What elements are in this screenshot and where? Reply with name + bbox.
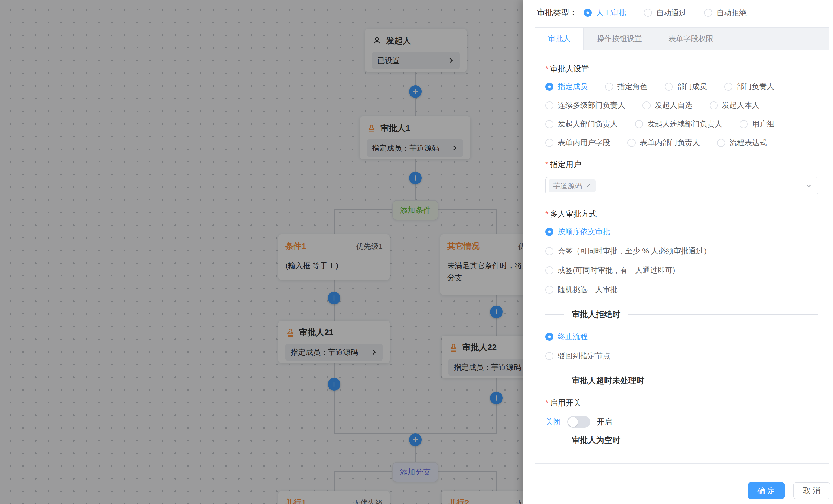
multi-mode-options: 按顺序依次审批 会签（可同时审批，至少 % 人必须审批通过） 或签(可同时审批，… xyxy=(545,227,818,295)
approver-option-row: 表单内用户字段 表单内部门负责人 流程表达式 xyxy=(545,138,818,148)
radio-dept-leader[interactable]: 部门负责人 xyxy=(724,81,774,92)
panel-footer: 确 定 取 消 xyxy=(523,464,833,504)
radio-icon xyxy=(545,247,553,255)
tab-form-field-permissions[interactable]: 表单字段权限 xyxy=(655,28,727,50)
user-tag-label: 芋道源码 xyxy=(553,181,582,191)
radio-icon xyxy=(545,228,553,236)
user-tag[interactable]: 芋道源码 xyxy=(548,179,596,192)
multi-mode-label: *多人审批方式 xyxy=(545,209,818,219)
tag-close-icon[interactable] xyxy=(586,183,591,188)
radio-icon xyxy=(642,101,650,109)
radio-icon xyxy=(704,9,712,17)
tab-approver[interactable]: 审批人 xyxy=(535,28,584,50)
radio-or-sign[interactable]: 或签(可同时审批，有一人通过即可) xyxy=(545,265,818,275)
radio-icon xyxy=(665,83,673,91)
settings-tabs-card: 审批人 操作按钮设置 表单字段权限 *审批人设置 指定成员 指定角色 部门成员 … xyxy=(535,27,829,464)
radio-return-to-node[interactable]: 驳回到指定节点 xyxy=(545,351,818,361)
tab-content[interactable]: *审批人设置 指定成员 指定角色 部门成员 部门负责人 连续多级部门负责人 发起… xyxy=(535,50,829,452)
timeout-section-divider: 审批人超时未处理时 xyxy=(545,375,818,386)
radio-countersign[interactable]: 会签（可同时审批，至少 % 人必须审批通过） xyxy=(545,246,818,256)
radio-icon xyxy=(545,83,553,91)
radio-icon xyxy=(635,120,643,128)
timeout-toggle[interactable] xyxy=(567,416,590,428)
toggle-knob xyxy=(568,417,578,427)
timeout-section-title: 审批人超时未处理时 xyxy=(572,375,644,386)
approval-settings-panel: 审批类型： 人工审批 自动通过 自动拒绝 审批人 操作按钮设置 表单字段权限 *… xyxy=(523,0,833,504)
radio-random-one[interactable]: 随机挑选一人审批 xyxy=(545,284,818,295)
approval-type-label: 审批类型： xyxy=(537,7,577,18)
reject-section-divider: 审批人拒绝时 xyxy=(545,309,818,320)
radio-icon xyxy=(545,139,553,147)
radio-form-user-field[interactable]: 表单内用户字段 xyxy=(545,138,610,148)
tab-bar: 审批人 操作按钮设置 表单字段权限 xyxy=(535,28,829,50)
approver-option-row: 指定成员 指定角色 部门成员 部门负责人 xyxy=(545,81,818,92)
radio-multi-level-dept-leader[interactable]: 连续多级部门负责人 xyxy=(545,100,625,110)
approver-option-row: 发起人部门负责人 发起人连续部门负责人 用户组 xyxy=(545,119,818,129)
radio-icon xyxy=(740,120,748,128)
reject-options: 终止流程 驳回到指定节点 xyxy=(545,331,818,361)
confirm-button[interactable]: 确 定 xyxy=(748,482,785,499)
radio-user-group[interactable]: 用户组 xyxy=(740,119,775,129)
radio-form-dept-leader[interactable]: 表单内部门负责人 xyxy=(627,138,700,148)
radio-initiator-choose[interactable]: 发起人自选 xyxy=(642,100,692,110)
radio-terminate-process[interactable]: 终止流程 xyxy=(545,331,818,342)
empty-section-divider: 审批人为空时 xyxy=(545,435,818,446)
radio-initiator-dept-leader[interactable]: 发起人部门负责人 xyxy=(545,119,618,129)
radio-auto-reject[interactable]: 自动拒绝 xyxy=(704,8,746,18)
radio-sequential-approval[interactable]: 按顺序依次审批 xyxy=(545,227,818,237)
radio-icon xyxy=(545,120,553,128)
radio-initiator-multi-dept-leader[interactable]: 发起人连续部门负责人 xyxy=(635,119,722,129)
radio-icon xyxy=(545,101,553,109)
radio-icon xyxy=(627,139,636,147)
radio-auto-approve[interactable]: 自动通过 xyxy=(644,8,686,18)
modal-mask xyxy=(0,0,523,504)
radio-designated-member[interactable]: 指定成员 xyxy=(545,81,588,92)
radio-icon xyxy=(717,139,725,147)
timeout-switch-row: 关闭 开启 xyxy=(545,416,818,428)
radio-dept-member[interactable]: 部门成员 xyxy=(665,81,707,92)
assign-user-select[interactable]: 芋道源码 xyxy=(545,177,818,194)
cancel-button[interactable]: 取 消 xyxy=(793,482,830,499)
assign-user-label: *指定用户 xyxy=(545,159,818,170)
switch-off-label: 关闭 xyxy=(545,417,561,427)
tab-action-buttons[interactable]: 操作按钮设置 xyxy=(584,28,655,50)
approval-type-row: 审批类型： 人工审批 自动通过 自动拒绝 xyxy=(537,5,764,21)
radio-designated-role[interactable]: 指定角色 xyxy=(605,81,647,92)
radio-icon xyxy=(605,83,613,91)
empty-section-title: 审批人为空时 xyxy=(572,435,620,446)
enable-switch-label: *启用开关 xyxy=(545,398,818,408)
radio-initiator-self[interactable]: 发起人本人 xyxy=(710,100,760,110)
radio-icon xyxy=(710,101,718,109)
radio-process-expression[interactable]: 流程表达式 xyxy=(717,138,767,148)
approver-setting-label: *审批人设置 xyxy=(545,64,818,74)
radio-icon xyxy=(545,267,553,275)
radio-icon xyxy=(545,352,553,360)
radio-icon xyxy=(545,286,553,294)
radio-icon xyxy=(584,9,592,17)
radio-manual-approval[interactable]: 人工审批 xyxy=(584,8,626,18)
radio-icon xyxy=(724,83,732,91)
switch-on-label: 开启 xyxy=(597,417,612,427)
reject-section-title: 审批人拒绝时 xyxy=(572,309,620,320)
approver-option-row: 连续多级部门负责人 发起人自选 发起人本人 xyxy=(545,100,818,110)
radio-icon xyxy=(545,333,553,341)
chevron-down-icon xyxy=(805,182,813,190)
radio-icon xyxy=(644,9,652,17)
